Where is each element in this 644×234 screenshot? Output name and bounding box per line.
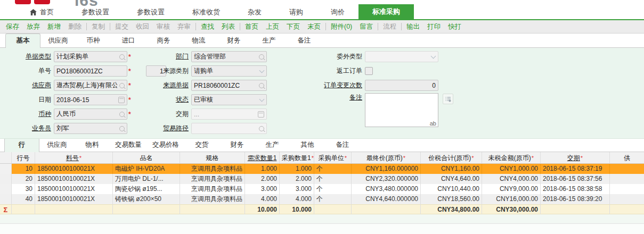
nav-tab-4[interactable]: 杂发 <box>234 5 275 19</box>
column-header-交期[interactable]: 交期* <box>541 152 610 164</box>
date-input[interactable]: 2018-06-15 <box>54 94 127 105</box>
magnifier-icon <box>119 112 125 117</box>
required-marker: * <box>471 155 474 161</box>
toolbar-button-收回[interactable]: 收回 <box>132 22 153 31</box>
detail-tab-6[interactable]: 财务 <box>219 138 255 152</box>
remark-textarea[interactable]: ab <box>365 93 438 127</box>
column-header-label: 行号 <box>17 154 30 162</box>
dept-label[interactable]: 部门 <box>147 52 189 61</box>
nav-tab-1[interactable]: 参数设置 <box>68 5 123 19</box>
column-header-料号[interactable]: 料号* <box>35 152 113 164</box>
toolbar-button-保存[interactable]: 保存 <box>2 22 23 31</box>
toolbar-button-列表[interactable]: 列表 <box>218 22 239 31</box>
remark-options-button[interactable] <box>443 94 453 104</box>
doc-type-input[interactable]: 计划采购单 <box>54 51 127 62</box>
toolbar-button-弃审[interactable]: 弃审 <box>174 22 194 31</box>
rework-checkbox[interactable] <box>365 67 373 75</box>
form-tab-3[interactable]: 进口 <box>111 34 146 47</box>
toolbar-button-提交[interactable]: 提交 <box>111 22 132 31</box>
nav-tab-2[interactable]: 参数设置 <box>123 5 178 19</box>
toolbar-button-打印[interactable]: 打印 <box>423 22 444 31</box>
column-header-需求数量1[interactable]: 需求数量1 <box>245 152 280 164</box>
form-tab-4[interactable]: 商务 <box>146 34 181 47</box>
toolbar-button-附件(0)[interactable]: 附件(0) <box>327 22 356 31</box>
detail-tab-2[interactable]: 物料 <box>75 138 110 152</box>
nav-tab-6[interactable]: 询价 <box>317 5 358 19</box>
toolbar-button-输出[interactable]: 输出 <box>403 22 423 31</box>
source-type-select[interactable]: 请购单 <box>191 65 267 77</box>
toolbar-button-查找[interactable]: 查找 <box>197 22 218 31</box>
toolbar-button-留言[interactable]: 留言 <box>356 22 377 31</box>
row-selector[interactable]: Σ <box>0 204 12 214</box>
toolbar-button-删除[interactable]: 删除 <box>64 22 85 31</box>
supplier-input[interactable]: 遨杰贸易(上海)有限公司 <box>54 80 127 91</box>
toolbar-button-审核[interactable]: 审核 <box>153 22 174 31</box>
grid-row-1[interactable]: 10185000100100021X电磁炉 IH-VD20A烹调用具杂项料品1.… <box>0 164 644 174</box>
grid-row-3[interactable]: 30185000100100021X陶瓷砂锅 ø195...烹调用具杂项料品3.… <box>0 184 644 194</box>
cell-品名: 万用电炉 DL-1/... <box>113 174 180 184</box>
toolbar-button-流程[interactable]: 流程 <box>379 22 400 31</box>
header-form-panel: 基本供应商币种进口商务物流财务生产备注 单据类型 计划采购单 * 单号 PO18… <box>0 34 644 139</box>
source-doc-input[interactable]: PR18060001ZC <box>191 80 267 91</box>
source-doc-label[interactable]: 来源单据 <box>147 81 189 90</box>
nav-tab-0[interactable]: 首页 <box>16 5 68 19</box>
column-header-行号: 行号 <box>12 152 35 164</box>
detail-tab-8[interactable]: 其他 <box>290 138 325 152</box>
row-selector[interactable] <box>0 184 12 194</box>
form-tab-2[interactable]: 币种 <box>76 34 111 47</box>
cell-供 <box>610 164 644 174</box>
row-selector[interactable] <box>0 174 12 184</box>
change-count-label[interactable]: 订单变更次数 <box>316 81 362 90</box>
trade-path-label[interactable]: 贸易路径 <box>147 124 189 133</box>
row-selector[interactable] <box>0 164 12 174</box>
grid-row-2[interactable]: 20185000100100021X万用电炉 DL-1/...烹调用具杂项料品2… <box>0 174 644 184</box>
toolbar-button-快打[interactable]: 快打 <box>444 22 465 31</box>
toolbar-button-上页[interactable]: 上页 <box>262 22 283 31</box>
cell-品名: 电磁炉 IH-VD20A <box>113 164 180 174</box>
status-label[interactable]: 状态 <box>147 95 189 104</box>
nav-tab-5[interactable]: 请购 <box>275 5 317 19</box>
form-tab-6[interactable]: 财务 <box>216 34 251 47</box>
toolbar-button-复制[interactable]: 复制 <box>88 22 109 31</box>
toolbar-button-首页[interactable]: 首页 <box>241 22 262 31</box>
form-tab-7[interactable]: 生产 <box>251 34 287 47</box>
form-tab-0[interactable]: 基本 <box>5 34 40 48</box>
order-no-input[interactable]: PO18060001ZC <box>54 65 127 77</box>
detail-tab-1[interactable]: 供应商 <box>39 138 75 152</box>
field-delivery: 交期 ... <box>147 108 267 120</box>
remark-label[interactable]: 备注 <box>316 93 362 102</box>
delivery-input[interactable]: ... <box>191 108 267 120</box>
toolbar-button-末页[interactable]: 末页 <box>304 22 324 31</box>
cell-供 <box>610 194 644 204</box>
trade-path-input[interactable] <box>191 123 267 134</box>
toolbar-button-新增[interactable]: 新增 <box>44 22 64 31</box>
detail-tab-4[interactable]: 交易价格 <box>147 138 184 152</box>
form-tab-5[interactable]: 物流 <box>181 34 216 47</box>
toolbar-button-下页[interactable]: 下页 <box>283 22 304 31</box>
detail-tab-5[interactable]: 交货 <box>184 138 219 152</box>
status-select[interactable]: 已审核 <box>191 94 267 105</box>
cell-价税合计(原币): CNY18,560.00 <box>421 194 482 204</box>
outsource-type-select[interactable] <box>365 51 438 62</box>
change-count-input[interactable]: 0 <box>365 80 438 91</box>
currency-label[interactable]: 币种 <box>4 110 51 119</box>
currency-input[interactable]: 人民币 <box>54 108 127 120</box>
nav-tab-3[interactable]: 标准收货 <box>178 5 234 19</box>
grid-row-4[interactable]: 40185000100100021X铸铁锅 ø200×50烹调用具杂项料品4.0… <box>0 194 644 204</box>
salesman-input[interactable]: 刘军 <box>54 123 127 134</box>
nav-tab-7[interactable]: 标准采购 <box>358 4 414 19</box>
salesman-label[interactable]: 业务员 <box>4 124 51 133</box>
dept-input[interactable]: 综合管理部 <box>191 51 267 62</box>
detail-tab-9[interactable]: 备注 <box>325 138 360 152</box>
row-selector[interactable] <box>0 194 12 204</box>
form-tab-8[interactable]: 备注 <box>287 34 322 47</box>
form-tab-1[interactable]: 供应商 <box>40 34 76 47</box>
detail-tab-0[interactable]: 行 <box>4 138 39 152</box>
detail-tab-7[interactable]: 生产 <box>255 138 290 152</box>
cell-采购单位: 个 <box>314 194 352 204</box>
supplier-label[interactable]: 供应商 <box>4 81 51 90</box>
column-header-采购数量1: 采购数量1* <box>280 152 314 164</box>
doc-type-label[interactable]: 单据类型 <box>4 52 51 61</box>
toolbar-button-放弃[interactable]: 放弃 <box>23 22 44 31</box>
detail-tab-3[interactable]: 交易数量 <box>110 138 147 152</box>
